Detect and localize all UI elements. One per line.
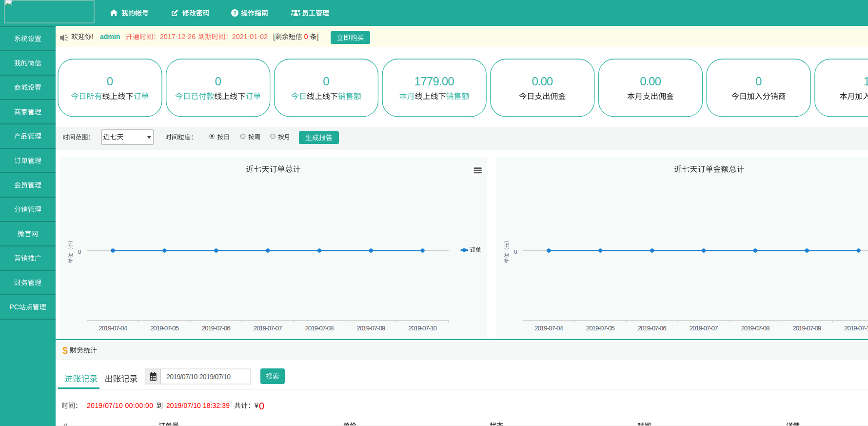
svg-text:0: 0 bbox=[215, 75, 221, 88]
svg-text:0.00: 0.00 bbox=[640, 75, 661, 88]
svg-text:2021-01-02: 2021-01-02 bbox=[232, 33, 268, 41]
svg-text:?: ? bbox=[233, 10, 237, 16]
svg-text:[: [ bbox=[273, 33, 275, 41]
svg-text:1: 1 bbox=[864, 75, 868, 88]
svg-text:2019/07/10 00:00:00: 2019/07/10 00:00:00 bbox=[87, 402, 153, 409]
svg-text:2019-07-05: 2019-07-05 bbox=[150, 325, 179, 332]
svg-text:0: 0 bbox=[304, 33, 308, 41]
svg-text:PC: PC bbox=[9, 303, 19, 311]
svg-text:!: ! bbox=[92, 33, 94, 41]
svg-text:2019-07-10: 2019-07-10 bbox=[844, 325, 868, 332]
svg-text:2019-07-07: 2019-07-07 bbox=[690, 325, 718, 332]
svg-text:2019-07-04: 2019-07-04 bbox=[99, 325, 127, 332]
svg-text:2019-07-05: 2019-07-05 bbox=[586, 325, 615, 332]
svg-text:admin: admin bbox=[100, 33, 120, 41]
svg-text:2019-07-06: 2019-07-06 bbox=[202, 325, 231, 332]
svg-text:2019/07/10 18:32:39: 2019/07/10 18:32:39 bbox=[166, 402, 230, 409]
svg-text:2019-07-07: 2019-07-07 bbox=[254, 325, 282, 332]
svg-text:0: 0 bbox=[78, 249, 81, 255]
svg-text:¥: ¥ bbox=[254, 402, 258, 409]
svg-text:2019-07-09: 2019-07-09 bbox=[356, 325, 385, 332]
svg-text:1779.00: 1779.00 bbox=[414, 75, 454, 88]
svg-text:2019-07-09: 2019-07-09 bbox=[792, 325, 821, 332]
svg-text:]: ] bbox=[317, 33, 319, 41]
svg-text:0.00: 0.00 bbox=[532, 75, 553, 88]
svg-text:0: 0 bbox=[323, 75, 329, 88]
svg-text:$: $ bbox=[62, 345, 68, 356]
svg-text:2019/07/10-2019/07/10: 2019/07/10-2019/07/10 bbox=[166, 373, 231, 381]
svg-text:2019-07-04: 2019-07-04 bbox=[534, 325, 563, 332]
svg-text:2019-07-10: 2019-07-10 bbox=[408, 325, 437, 332]
svg-text:2017-12-26: 2017-12-26 bbox=[160, 33, 196, 41]
svg-text:0: 0 bbox=[107, 75, 113, 88]
svg-text:2019-07-06: 2019-07-06 bbox=[638, 325, 667, 332]
svg-text:0: 0 bbox=[259, 401, 264, 411]
svg-text:0: 0 bbox=[514, 249, 517, 255]
svg-text:0: 0 bbox=[755, 75, 762, 88]
svg-text:2019-07-08: 2019-07-08 bbox=[741, 325, 769, 332]
svg-text:2019-07-08: 2019-07-08 bbox=[305, 325, 334, 332]
